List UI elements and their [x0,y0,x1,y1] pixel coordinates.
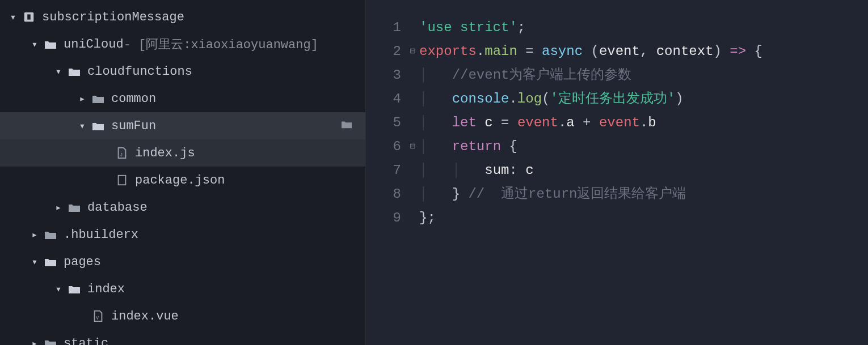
tree-label: index [87,282,125,296]
folder-icon [67,66,82,77]
file-explorer[interactable]: ▾ subscriptionMessage ▾ uniCloud - [阿里云:… [0,0,366,345]
tree-item-database[interactable]: ▸ database [0,194,365,221]
fold-minus-icon[interactable]: ⊟ [406,135,419,159]
line-number: 3 [366,63,401,87]
line-number: 8 [366,182,401,206]
fold-gutter: ⊟ ⊟ [406,16,419,345]
folder-open-icon [91,120,106,131]
code-line: }; [419,206,868,230]
tree-item-cloudfunctions[interactable]: ▾ cloudfunctions [0,58,365,85]
tree-item-index-vue[interactable]: ▾ V index.vue [0,303,365,330]
line-number: 5 [366,111,401,135]
tree-item-sumFun[interactable]: ▾ sumFun [0,112,365,139]
tree-item-unicloud[interactable]: ▾ uniCloud - [阿里云:xiaoxiaoyuanwang] [0,31,365,58]
svg-text:J: J [120,152,123,157]
json-file-icon [115,174,129,186]
svg-text:V: V [96,316,99,321]
folder-open-icon [67,283,82,295]
vue-file-icon: V [91,310,106,322]
folder-icon [43,229,58,240]
code-area[interactable]: 'use strict'; exports.main = async (even… [419,16,868,345]
folder-cloud-icon [43,39,58,50]
tree-label: pages [64,255,101,269]
line-number: 9 [366,206,401,230]
tree-item-hbuilderx[interactable]: ▸ .hbuilderx [0,221,365,248]
code-line: │ let c = event.a + event.b [419,111,868,135]
tree-label-suffix: - [阿里云:xiaoxiaoyuanwang] [124,36,318,53]
chevron-down-icon: ▾ [30,255,40,268]
tree-item-index-folder[interactable]: ▾ index [0,275,365,303]
line-number: 4 [366,87,401,111]
code-line: │ return { [419,135,868,159]
tree-label: index.vue [111,309,179,323]
folder-icon [91,93,106,104]
tree-label: uniCloud [64,37,124,52]
chevron-down-icon: ▾ [30,38,40,50]
tree-label: subscriptionMessage [42,10,184,24]
chevron-down-icon: ▾ [77,120,87,132]
chevron-down-icon: ▾ [53,65,64,78]
svg-rect-1 [27,14,31,19]
tree-label: common [111,92,156,106]
line-number: 6 [366,135,401,159]
tree-item-static[interactable]: ▸ static [0,330,365,345]
fold-minus-icon[interactable]: ⊟ [406,40,419,63]
code-line: │ } // 通过return返回结果给客户端 [419,182,868,206]
chevron-right-icon: ▸ [77,92,87,105]
chevron-right-icon: ▸ [30,337,40,345]
folder-icon [43,338,58,345]
folder-open-icon [43,256,58,267]
line-number-gutter: 1 2 3 4 5 6 7 8 9 [366,16,406,345]
tree-label: package.json [135,173,225,188]
tree-label: cloudfunctions [87,65,192,79]
tree-label: database [87,201,148,215]
svg-rect-3 [119,176,126,185]
code-editor[interactable]: 1 2 3 4 5 6 7 8 9 ⊟ ⊟ 'use strict'; expo… [366,0,868,345]
code-line: │ //event为客户端上传的参数 [419,63,868,87]
project-icon [22,11,36,23]
tree-item-common[interactable]: ▸ common [0,85,365,112]
tree-label: static [64,337,108,346]
tree-root-subscriptionMessage[interactable]: ▾ subscriptionMessage [0,3,365,31]
folder-icon [340,119,365,133]
code-line: exports.main = async (event, context) =>… [419,40,868,63]
chevron-down-icon: ▾ [8,11,18,23]
tree-item-index-js[interactable]: ▾ J index.js [0,139,365,167]
tree-item-package-json[interactable]: ▾ package.json [0,167,365,194]
tree-label: index.js [135,146,195,160]
tree-item-pages[interactable]: ▾ pages [0,248,365,275]
chevron-right-icon: ▸ [53,201,64,214]
line-number: 7 [366,159,401,182]
code-line: 'use strict'; [419,16,868,40]
line-number: 2 [366,40,401,63]
tree-label: sumFun [111,119,156,133]
folder-icon [67,202,82,213]
js-file-icon: J [115,147,129,159]
code-line: │ │ sum: c [419,159,868,182]
line-number: 1 [366,16,401,40]
tree-label: .hbuilderx [64,228,138,242]
code-line: │ console.log('定时任务出发成功') [419,87,868,111]
chevron-right-icon: ▸ [30,228,40,241]
chevron-down-icon: ▾ [53,283,64,295]
